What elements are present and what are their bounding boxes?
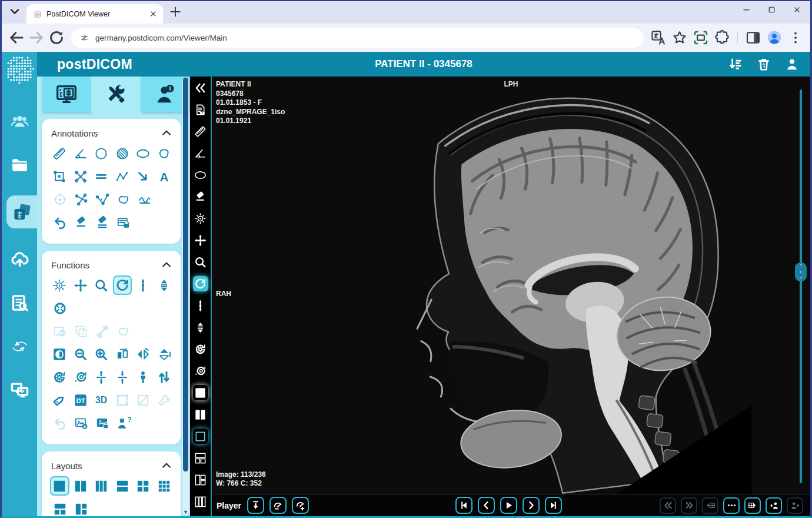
- sidebar-item-folders[interactable]: [2, 152, 37, 178]
- view-report-button[interactable]: [193, 102, 208, 117]
- reset-rotation-button[interactable]: [50, 367, 69, 387]
- sort-order-tool-button[interactable]: [155, 367, 174, 387]
- screen-capture-icon[interactable]: [692, 29, 710, 47]
- series-list-button[interactable]: [723, 497, 740, 514]
- collapse-chevron-icon[interactable]: [161, 460, 172, 471]
- undo-annotation-button[interactable]: [50, 212, 69, 232]
- reset-window-level-button[interactable]: [193, 363, 208, 378]
- layout-2-row-button[interactable]: [113, 476, 132, 496]
- close-button[interactable]: [792, 5, 802, 15]
- minimize-button[interactable]: [741, 5, 751, 15]
- ellipse-tool-button[interactable]: [193, 167, 208, 182]
- flip-vertical-tool-button[interactable]: [155, 344, 174, 364]
- new-tab-button[interactable]: [168, 5, 183, 21]
- translate-icon[interactable]: [650, 29, 667, 47]
- zoom-tool-button[interactable]: [92, 275, 111, 295]
- download-series-button[interactable]: [247, 497, 264, 514]
- cine-tool-button[interactable]: [155, 275, 174, 295]
- layout-1-top-2-bottom-button[interactable]: [50, 499, 69, 516]
- window-level-tool-button[interactable]: [50, 275, 69, 295]
- layout-3-col-button[interactable]: [92, 476, 111, 496]
- maximize-button[interactable]: [767, 5, 777, 15]
- secure-image-button[interactable]: [92, 413, 112, 433]
- arrow-tool-button[interactable]: [134, 167, 153, 186]
- text-tool-button[interactable]: A: [155, 167, 174, 186]
- scroll-stack-tool-button[interactable]: [134, 275, 153, 295]
- zoom-out-tool-button[interactable]: [71, 344, 91, 364]
- tags-tool-button[interactable]: [50, 390, 69, 410]
- back-button[interactable]: [8, 29, 25, 47]
- export-image-button[interactable]: [71, 413, 91, 433]
- sidebar-item-share-screens[interactable]: [2, 377, 37, 403]
- previous-patient-button[interactable]: [766, 497, 782, 514]
- account-button[interactable]: [784, 57, 800, 72]
- speed-down-button[interactable]: [269, 497, 287, 514]
- spline-tool-button[interactable]: [135, 190, 154, 209]
- site-info-icon[interactable]: [79, 33, 89, 43]
- last-image-button[interactable]: [545, 497, 562, 514]
- tab-search-chevron-icon[interactable]: [6, 4, 23, 21]
- layout-3x3-button[interactable]: [155, 476, 174, 496]
- layout-2-col-button[interactable]: [71, 476, 91, 496]
- ruler-tool-button[interactable]: [50, 144, 69, 163]
- browser-tab[interactable]: PostDICOM Viewer: [26, 4, 163, 24]
- angle-tool-button[interactable]: [71, 144, 91, 163]
- layout-1x1-button[interactable]: [193, 385, 208, 400]
- rotate-tool-button[interactable]: [193, 276, 208, 291]
- sort-list-button[interactable]: [728, 57, 743, 72]
- current-layout-button[interactable]: [193, 429, 208, 444]
- anonymize-patient-button[interactable]: ?: [114, 413, 133, 433]
- panel-scrollbar[interactable]: ▼: [182, 78, 189, 515]
- tab-close-icon[interactable]: [148, 9, 158, 19]
- sidebar-item-worklist[interactable]: [2, 290, 37, 316]
- first-image-button[interactable]: [455, 497, 472, 514]
- collapse-vertical-tool-button[interactable]: [113, 367, 132, 387]
- patient-orientation-tool-button[interactable]: [134, 367, 153, 387]
- 3d-tool-button[interactable]: 3D: [92, 390, 111, 410]
- layout-3-row-button[interactable]: [193, 516, 208, 516]
- closed-freehand-tool-button[interactable]: [114, 190, 133, 209]
- sidebar-item-sync[interactable]: [2, 333, 37, 359]
- localizer-tool-button[interactable]: [50, 298, 69, 318]
- reset-window-level-button[interactable]: [71, 367, 91, 387]
- layout-3-col-button[interactable]: [193, 494, 208, 509]
- rotate-tool-button[interactable]: [113, 275, 132, 295]
- previous-image-button[interactable]: [478, 497, 495, 514]
- profile-avatar[interactable]: [766, 29, 783, 47]
- zoom-tool-button[interactable]: [193, 254, 208, 270]
- mri-viewport[interactable]: PATIENT II 0345678 01.01.1853 - F dzne_M…: [212, 77, 810, 494]
- side-panel-icon[interactable]: [744, 29, 762, 47]
- next-series-button[interactable]: [744, 497, 761, 514]
- zoom-in-tool-button[interactable]: [92, 344, 111, 364]
- layout-1-left-2-right-button[interactable]: [193, 472, 208, 487]
- scrollbar-thumb[interactable]: [183, 78, 188, 471]
- ruler-tool-button[interactable]: [193, 124, 208, 139]
- shaded-circle-tool-button[interactable]: [113, 144, 132, 163]
- layout-1-top-2-bottom-button[interactable]: [193, 450, 208, 466]
- tools-tab[interactable]: [91, 77, 140, 112]
- scrollbar-down-arrow[interactable]: ▼: [182, 509, 189, 515]
- reset-rotation-button[interactable]: [193, 341, 208, 357]
- ellipse-tool-button[interactable]: [134, 144, 153, 163]
- sidebar-item-studies[interactable]: [6, 195, 37, 228]
- layout-2-col-button[interactable]: [193, 407, 208, 422]
- collapse-chevron-icon[interactable]: [161, 259, 172, 271]
- eraser-tool-button[interactable]: [193, 189, 208, 204]
- cine-tool-button[interactable]: [193, 320, 208, 335]
- polyline-tool-button[interactable]: [113, 167, 132, 186]
- open-angle-tool-button[interactable]: [92, 190, 112, 209]
- trash-button[interactable]: [756, 57, 771, 72]
- play-button[interactable]: [500, 497, 517, 514]
- address-bar[interactable]: germany.postdicom.com/Viewer/Main: [71, 28, 644, 48]
- collapse-chevron-icon[interactable]: [161, 127, 172, 139]
- invert-tool-button[interactable]: [50, 344, 69, 364]
- sidebar-item-upload[interactable]: [2, 246, 37, 272]
- extensions-icon[interactable]: [713, 29, 731, 47]
- browser-menu-icon[interactable]: [787, 29, 804, 47]
- pan-tool-button[interactable]: [71, 275, 91, 295]
- cobb-angle-tool-button[interactable]: [71, 190, 91, 209]
- dicom-tags-tool-button[interactable]: DT: [71, 390, 91, 410]
- slider-handle[interactable]: ⌃•⌄: [795, 263, 807, 281]
- parallel-lines-tool-button[interactable]: [92, 167, 111, 186]
- rectangle-roi-tool-button[interactable]: [50, 167, 69, 186]
